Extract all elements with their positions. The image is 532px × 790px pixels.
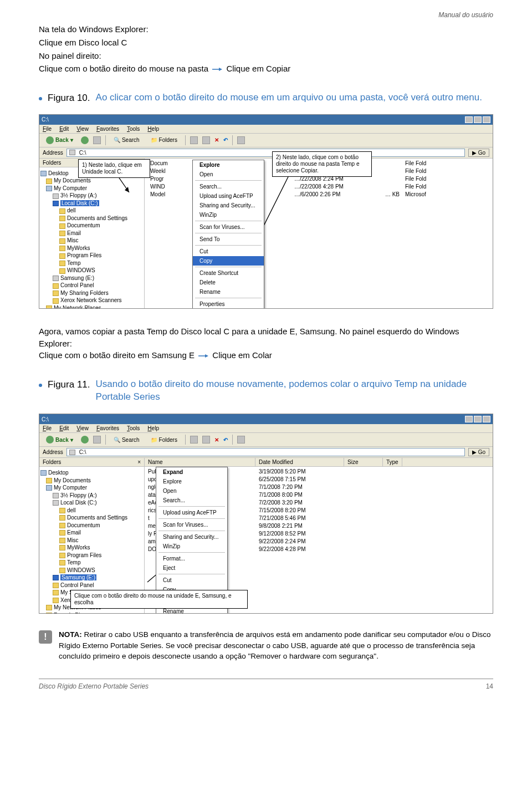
menu-item[interactable]: Search... — [156, 496, 227, 505]
menu-item[interactable]: Create Shortcut — [193, 268, 264, 278]
tree-item[interactable]: Temp — [40, 559, 143, 567]
menu-item[interactable]: Scan for Viruses... — [193, 222, 264, 232]
minimize-icon[interactable] — [465, 416, 473, 422]
menu-item[interactable]: Explore — [193, 160, 264, 170]
menu-tools[interactable]: Tools — [127, 126, 140, 132]
menu-item[interactable]: Eject — [156, 563, 227, 573]
column-header[interactable]: Type — [383, 458, 402, 466]
tree-item[interactable]: Local Disk (C:) — [40, 200, 143, 207]
views-icon[interactable] — [237, 136, 245, 144]
folders-button[interactable]: 📁 Folders — [147, 436, 181, 444]
menu-item[interactable]: Expand — [156, 467, 227, 477]
folders-close-icon[interactable]: × — [137, 459, 141, 465]
tree-item[interactable]: MyWorks — [40, 544, 143, 552]
up-icon[interactable] — [93, 136, 101, 144]
menu-item[interactable]: Properties — [193, 299, 264, 308]
tree-item[interactable]: My Computer — [40, 484, 143, 492]
tree-item[interactable]: My Sharing Folders — [40, 289, 143, 297]
column-header[interactable]: Size — [344, 458, 383, 466]
menu-item[interactable]: Send To — [193, 235, 264, 244]
menu-file[interactable]: File — [43, 126, 52, 132]
undo-icon[interactable]: ↶ — [223, 437, 228, 443]
delete-icon[interactable]: ✕ — [214, 437, 219, 443]
forward-icon[interactable] — [81, 436, 89, 444]
menu-help[interactable]: Help — [147, 126, 159, 132]
menu-favorites[interactable]: Favorites — [96, 425, 119, 431]
tree-item[interactable]: Temp — [40, 259, 143, 267]
tree-item[interactable]: dell — [40, 207, 143, 215]
folder-tree[interactable]: DesktopMy DocumentsMy Computer3½ Floppy … — [39, 167, 144, 308]
search-button[interactable]: 🔍 Search — [110, 436, 143, 444]
address-input[interactable]: C:\ — [66, 149, 465, 157]
go-button[interactable]: ▶ Go — [468, 448, 489, 456]
menu-file[interactable]: File — [43, 425, 52, 431]
menu-item[interactable]: Delete — [193, 278, 264, 287]
tree-item[interactable]: Program Files — [40, 252, 143, 259]
tree-item[interactable]: dell — [40, 507, 143, 514]
menu-item[interactable]: Rename — [193, 287, 264, 297]
tree-item[interactable]: Control Panel — [40, 582, 143, 589]
close-icon[interactable] — [483, 116, 490, 123]
tree-item[interactable]: My Computer — [40, 185, 143, 192]
menu-view[interactable]: View — [76, 126, 89, 132]
menu-item[interactable]: Search... — [193, 182, 264, 191]
menu-item[interactable]: Upload using AceFTP — [193, 191, 264, 201]
menu-item[interactable]: Sharing and Security... — [156, 532, 227, 542]
menu-item[interactable]: Format... — [156, 554, 227, 563]
tree-item[interactable]: Program Files — [40, 552, 143, 559]
close-icon[interactable] — [483, 416, 490, 422]
menu-view[interactable]: View — [76, 425, 89, 431]
menu-item[interactable]: WinZip — [193, 210, 264, 220]
forward-icon[interactable] — [81, 136, 89, 144]
tree-item[interactable]: Samsung (E:) — [40, 574, 143, 582]
menu-item[interactable]: Cut — [156, 575, 227, 585]
address-input[interactable]: C:\ — [66, 448, 465, 456]
tool-icon[interactable] — [190, 136, 198, 144]
tree-item[interactable]: My Documents — [40, 477, 143, 485]
maximize-icon[interactable] — [474, 416, 482, 422]
tree-item[interactable]: Control Panel — [40, 282, 143, 289]
delete-icon[interactable]: ✕ — [214, 137, 219, 143]
tree-item[interactable]: Documentum — [40, 222, 143, 230]
tree-item[interactable]: WINDOWS — [40, 267, 143, 274]
menu-item[interactable]: Open — [193, 170, 264, 179]
tree-item[interactable]: WINDOWS — [40, 567, 143, 574]
column-header[interactable]: Name — [145, 458, 255, 466]
back-button[interactable]: Back ▾ — [43, 135, 76, 145]
tree-item[interactable]: Misc — [40, 237, 143, 244]
search-button[interactable]: 🔍 Search — [110, 136, 143, 144]
context-menu[interactable]: ExploreOpenSearch...Upload using AceFTPS… — [192, 160, 264, 308]
go-button[interactable]: ▶ Go — [468, 149, 489, 157]
menu-favorites[interactable]: Favorites — [96, 126, 119, 132]
tool-icon[interactable] — [202, 436, 210, 444]
menu-item[interactable]: Explore — [156, 477, 227, 486]
menu-item[interactable]: Scan for Viruses... — [156, 520, 227, 529]
tree-item[interactable]: Documentum — [40, 522, 143, 529]
back-button[interactable]: Back ▾ — [43, 435, 76, 445]
views-icon[interactable] — [237, 436, 245, 444]
menu-tools[interactable]: Tools — [127, 425, 140, 431]
tree-item[interactable]: Email — [40, 529, 143, 537]
tool-icon[interactable] — [202, 136, 210, 144]
column-header[interactable]: Date Modified — [255, 458, 344, 466]
menu-item[interactable]: Copy — [193, 256, 264, 266]
menu-item[interactable]: Cut — [193, 247, 264, 256]
menu-edit[interactable]: Edit — [59, 126, 69, 132]
tree-item[interactable]: Misc — [40, 537, 143, 544]
tree-item[interactable]: 3½ Floppy (A:) — [40, 192, 143, 200]
tree-item[interactable]: My Documents — [40, 177, 143, 185]
tree-item[interactable]: Documents and Settings — [40, 215, 143, 222]
tree-item[interactable]: Documents and Settings — [40, 514, 143, 522]
tree-item[interactable]: Samsung (E:) — [40, 274, 143, 282]
tree-item[interactable]: My Network Places — [40, 304, 143, 308]
tree-item[interactable]: Xerox Network Scanners — [40, 297, 143, 304]
menu-edit[interactable]: Edit — [59, 425, 69, 431]
menu-item[interactable]: Open — [156, 486, 227, 496]
tree-item[interactable]: Local Disk (C:) — [40, 499, 143, 507]
tree-item[interactable]: MyWorks — [40, 244, 143, 252]
menu-item[interactable]: WinZip — [156, 542, 227, 551]
tool-icon[interactable] — [190, 436, 198, 444]
tree-item[interactable]: Recycle Bin — [40, 611, 143, 614]
menu-help[interactable]: Help — [147, 425, 159, 431]
undo-icon[interactable]: ↶ — [223, 137, 228, 143]
